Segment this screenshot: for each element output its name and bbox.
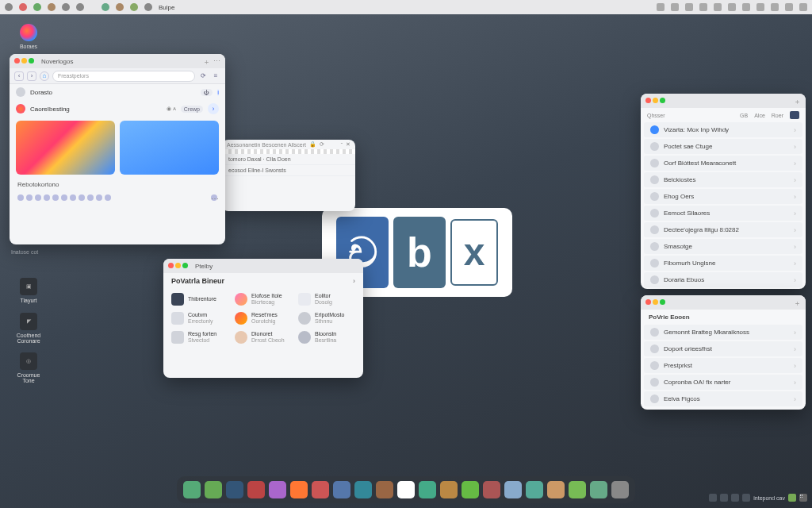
swatch[interactable] bbox=[61, 194, 67, 201]
right-panel-bottom[interactable]: ＋ PoVrie Eooen Gemonnt Bratteg Mkaraikno… bbox=[641, 295, 806, 410]
swatch[interactable] bbox=[96, 194, 102, 201]
dock-app-icon[interactable] bbox=[354, 481, 372, 498]
person-cell[interactable]: BloonstnBesrtlina bbox=[297, 329, 357, 346]
close-icon[interactable]: ✕ bbox=[346, 141, 350, 148]
dock-app-icon[interactable] bbox=[247, 481, 265, 498]
person-cell[interactable]: ErlpotMostoSthnnu bbox=[297, 310, 357, 327]
minimize-icon[interactable] bbox=[653, 98, 658, 103]
zoom-icon[interactable] bbox=[29, 58, 34, 64]
browser-row-account[interactable]: Dorasto ⏻ i bbox=[10, 84, 225, 100]
chevron-right-icon[interactable]: › bbox=[353, 277, 355, 285]
tray-icon[interactable] bbox=[720, 494, 728, 502]
home-button[interactable]: ⌂ bbox=[40, 71, 49, 81]
minimize-icon[interactable] bbox=[21, 58, 27, 64]
zoom-icon[interactable] bbox=[660, 299, 665, 305]
address-input[interactable]: Freastpelors bbox=[52, 71, 195, 82]
back-button[interactable]: ‹ bbox=[14, 71, 24, 81]
dock-app-icon[interactable] bbox=[312, 481, 329, 498]
dock-app-icon[interactable] bbox=[269, 481, 286, 498]
dock-app-icon[interactable] bbox=[183, 481, 201, 498]
titlebar[interactable]: ＋ bbox=[641, 295, 806, 310]
tray-icon[interactable] bbox=[714, 3, 722, 11]
swatch[interactable] bbox=[26, 194, 33, 201]
dock-app-icon[interactable] bbox=[504, 481, 522, 498]
tray-icon[interactable] bbox=[685, 3, 693, 11]
close-icon[interactable] bbox=[168, 263, 174, 268]
collapse-icon[interactable]: ˇ bbox=[341, 142, 343, 148]
browser-window[interactable]: Noverlogos ＋ ⋯ ‹ › ⌂ Freastpelors ⟳ ≡ Do… bbox=[10, 54, 225, 244]
tray-icon[interactable] bbox=[785, 3, 793, 11]
dock-app-icon[interactable] bbox=[419, 481, 436, 498]
panel-row[interactable]: Eemoct Silaores› bbox=[644, 206, 802, 221]
swatch[interactable] bbox=[105, 194, 111, 201]
menu-dot-icon[interactable] bbox=[144, 3, 152, 11]
menu-dot-icon[interactable] bbox=[5, 3, 13, 11]
close-icon[interactable] bbox=[645, 98, 651, 103]
more-icon[interactable]: ⋯ bbox=[213, 57, 220, 65]
panel-row[interactable]: Prestprkst› bbox=[644, 358, 802, 373]
plus-icon[interactable]: ＋ bbox=[202, 57, 210, 65]
dock-app-icon[interactable] bbox=[397, 481, 415, 498]
background-window[interactable]: Aessonanetin Bescenen Allscert 🔒 ⟳ ˇ ✕ t… bbox=[222, 140, 355, 211]
tray-icon[interactable] bbox=[657, 3, 665, 11]
menu-dot-icon[interactable] bbox=[48, 3, 56, 11]
close-icon[interactable] bbox=[14, 58, 20, 64]
dock-app-icon[interactable] bbox=[590, 481, 607, 498]
panel-row[interactable]: Fibomurh Unglsne› bbox=[644, 256, 802, 271]
menu-icon[interactable]: ≡ bbox=[211, 71, 220, 81]
eye-icon[interactable]: ◉ ᴀ bbox=[167, 106, 176, 112]
refresh-icon[interactable]: ⟳ bbox=[320, 141, 324, 148]
dock-app-icon[interactable] bbox=[290, 481, 308, 498]
panel-row[interactable]: Belckiostes› bbox=[644, 172, 802, 187]
info-icon[interactable]: i bbox=[217, 89, 219, 96]
swatch[interactable] bbox=[87, 194, 94, 201]
row-pill[interactable]: Crewp bbox=[181, 106, 203, 113]
people-window[interactable]: Ptelby PoVatrla Bineur › ThibrentoreElof… bbox=[163, 259, 363, 378]
tray-icon[interactable] bbox=[731, 494, 739, 502]
thumbnail[interactable] bbox=[120, 121, 219, 175]
menu-dot-icon[interactable] bbox=[19, 3, 27, 11]
panel-row[interactable]: Oorf Bióttest Mearaconett› bbox=[644, 156, 802, 171]
forward-button[interactable]: › bbox=[27, 71, 36, 81]
tray-icon[interactable] bbox=[699, 3, 707, 11]
swatch[interactable] bbox=[70, 194, 76, 201]
swatch[interactable] bbox=[35, 194, 41, 201]
tray-icon[interactable] bbox=[756, 3, 764, 11]
dock-app-icon[interactable] bbox=[611, 481, 629, 498]
tray-icon[interactable] bbox=[728, 3, 736, 11]
panel-row[interactable]: Smasotge› bbox=[644, 239, 802, 254]
tray-icon[interactable] bbox=[788, 494, 796, 502]
dock-app-icon[interactable] bbox=[205, 481, 222, 498]
panel-row[interactable]: Poctet sae Ctuge› bbox=[644, 139, 802, 154]
panel-row[interactable]: Eelva Figcos› bbox=[644, 391, 802, 406]
close-icon[interactable] bbox=[645, 299, 651, 305]
tray-icon[interactable] bbox=[771, 3, 779, 11]
zoom-icon[interactable] bbox=[660, 98, 665, 103]
panel-row[interactable]: Dectee'ojegra ltitgu 8:0282› bbox=[644, 222, 802, 237]
panel-row[interactable]: Gemonnt Bratteg Mkaraiknoss› bbox=[644, 325, 802, 340]
titlebar[interactable]: Noverlogos ＋ ⋯ bbox=[10, 54, 225, 68]
tray-grid-icon[interactable]: ⠿ bbox=[799, 494, 807, 502]
menu-dot-icon[interactable] bbox=[116, 3, 124, 11]
swatch[interactable] bbox=[44, 194, 50, 201]
tray-icon[interactable] bbox=[742, 494, 750, 502]
desktop-icon[interactable]: ▣ Tiayurt bbox=[13, 278, 44, 303]
tray-icon[interactable] bbox=[709, 494, 717, 502]
toggle-pill[interactable]: ⏻ bbox=[201, 89, 213, 96]
swatch[interactable] bbox=[52, 194, 59, 201]
panel-row[interactable]: Doport orieesfhst› bbox=[644, 341, 802, 356]
more-icon[interactable]: ⋯ bbox=[211, 194, 217, 201]
person-cell[interactable]: Resg fortenStvectod bbox=[170, 329, 230, 346]
menu-dot-icon[interactable] bbox=[62, 3, 70, 11]
person-cell[interactable]: EolitorDosoig bbox=[297, 291, 357, 308]
panel-row[interactable]: Ehog Oers› bbox=[644, 189, 802, 204]
dock-app-icon[interactable] bbox=[462, 481, 479, 498]
plus-icon[interactable]: ＋ bbox=[793, 298, 801, 306]
menu-dot-icon[interactable] bbox=[130, 3, 138, 11]
view-toggle-icon[interactable] bbox=[790, 111, 799, 119]
tray-icon[interactable] bbox=[799, 3, 807, 11]
titlebar[interactable]: ＋ bbox=[641, 94, 806, 108]
panel-row[interactable]: Vizarta: Mox Inp Wihdy› bbox=[644, 122, 802, 137]
right-panel-top[interactable]: ＋ Qhsser GB Alce Roer Vizarta: Mox Inp W… bbox=[641, 94, 806, 289]
plus-icon[interactable]: ＋ bbox=[793, 97, 801, 105]
